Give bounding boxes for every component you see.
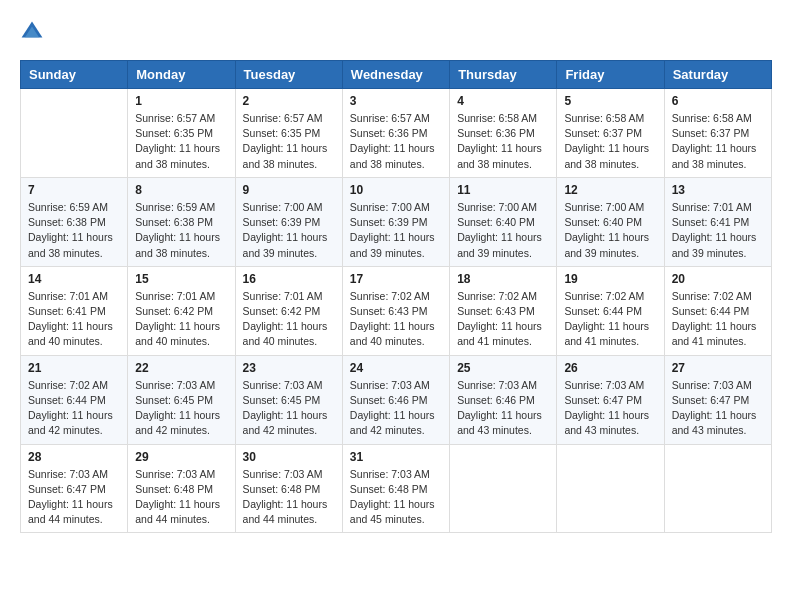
sunset-text: Sunset: 6:40 PM bbox=[564, 216, 642, 228]
cell-content: Sunrise: 7:01 AM Sunset: 6:42 PM Dayligh… bbox=[243, 289, 335, 350]
calendar-cell: 28 Sunrise: 7:03 AM Sunset: 6:47 PM Dayl… bbox=[21, 444, 128, 533]
sunrise-text: Sunrise: 7:02 AM bbox=[28, 379, 108, 391]
day-number: 12 bbox=[564, 183, 656, 197]
day-number: 16 bbox=[243, 272, 335, 286]
daylight-text: Daylight: 11 hours and 44 minutes. bbox=[28, 498, 113, 525]
daylight-text: Daylight: 11 hours and 43 minutes. bbox=[564, 409, 649, 436]
calendar-header-row: SundayMondayTuesdayWednesdayThursdayFrid… bbox=[21, 61, 772, 89]
calendar-cell: 26 Sunrise: 7:03 AM Sunset: 6:47 PM Dayl… bbox=[557, 355, 664, 444]
calendar-cell bbox=[664, 444, 771, 533]
sunset-text: Sunset: 6:36 PM bbox=[350, 127, 428, 139]
day-number: 14 bbox=[28, 272, 120, 286]
daylight-text: Daylight: 11 hours and 40 minutes. bbox=[243, 320, 328, 347]
day-number: 25 bbox=[457, 361, 549, 375]
cell-content: Sunrise: 7:03 AM Sunset: 6:47 PM Dayligh… bbox=[564, 378, 656, 439]
sunset-text: Sunset: 6:38 PM bbox=[28, 216, 106, 228]
calendar-cell: 9 Sunrise: 7:00 AM Sunset: 6:39 PM Dayli… bbox=[235, 177, 342, 266]
calendar-week-row: 7 Sunrise: 6:59 AM Sunset: 6:38 PM Dayli… bbox=[21, 177, 772, 266]
cell-content: Sunrise: 6:57 AM Sunset: 6:35 PM Dayligh… bbox=[243, 111, 335, 172]
day-number: 10 bbox=[350, 183, 442, 197]
daylight-text: Daylight: 11 hours and 44 minutes. bbox=[135, 498, 220, 525]
day-number: 27 bbox=[672, 361, 764, 375]
day-of-week-header: Wednesday bbox=[342, 61, 449, 89]
daylight-text: Daylight: 11 hours and 43 minutes. bbox=[457, 409, 542, 436]
day-number: 13 bbox=[672, 183, 764, 197]
calendar-cell: 13 Sunrise: 7:01 AM Sunset: 6:41 PM Dayl… bbox=[664, 177, 771, 266]
logo bbox=[20, 20, 48, 44]
day-number: 17 bbox=[350, 272, 442, 286]
day-number: 6 bbox=[672, 94, 764, 108]
sunrise-text: Sunrise: 7:01 AM bbox=[243, 290, 323, 302]
calendar-table: SundayMondayTuesdayWednesdayThursdayFrid… bbox=[20, 60, 772, 533]
sunrise-text: Sunrise: 7:00 AM bbox=[243, 201, 323, 213]
sunrise-text: Sunrise: 7:03 AM bbox=[135, 379, 215, 391]
cell-content: Sunrise: 7:01 AM Sunset: 6:42 PM Dayligh… bbox=[135, 289, 227, 350]
day-of-week-header: Friday bbox=[557, 61, 664, 89]
daylight-text: Daylight: 11 hours and 42 minutes. bbox=[135, 409, 220, 436]
sunrise-text: Sunrise: 6:59 AM bbox=[28, 201, 108, 213]
sunset-text: Sunset: 6:47 PM bbox=[28, 483, 106, 495]
cell-content: Sunrise: 6:58 AM Sunset: 6:37 PM Dayligh… bbox=[672, 111, 764, 172]
cell-content: Sunrise: 7:03 AM Sunset: 6:46 PM Dayligh… bbox=[350, 378, 442, 439]
cell-content: Sunrise: 6:59 AM Sunset: 6:38 PM Dayligh… bbox=[135, 200, 227, 261]
sunrise-text: Sunrise: 7:03 AM bbox=[243, 379, 323, 391]
sunrise-text: Sunrise: 7:01 AM bbox=[672, 201, 752, 213]
calendar-cell: 25 Sunrise: 7:03 AM Sunset: 6:46 PM Dayl… bbox=[450, 355, 557, 444]
daylight-text: Daylight: 11 hours and 40 minutes. bbox=[350, 320, 435, 347]
daylight-text: Daylight: 11 hours and 38 minutes. bbox=[243, 142, 328, 169]
sunrise-text: Sunrise: 7:03 AM bbox=[135, 468, 215, 480]
sunset-text: Sunset: 6:44 PM bbox=[564, 305, 642, 317]
sunrise-text: Sunrise: 7:00 AM bbox=[564, 201, 644, 213]
sunset-text: Sunset: 6:38 PM bbox=[135, 216, 213, 228]
day-number: 23 bbox=[243, 361, 335, 375]
daylight-text: Daylight: 11 hours and 41 minutes. bbox=[457, 320, 542, 347]
cell-content: Sunrise: 7:03 AM Sunset: 6:45 PM Dayligh… bbox=[243, 378, 335, 439]
cell-content: Sunrise: 7:03 AM Sunset: 6:46 PM Dayligh… bbox=[457, 378, 549, 439]
calendar-cell: 2 Sunrise: 6:57 AM Sunset: 6:35 PM Dayli… bbox=[235, 89, 342, 178]
calendar-week-row: 21 Sunrise: 7:02 AM Sunset: 6:44 PM Dayl… bbox=[21, 355, 772, 444]
day-of-week-header: Monday bbox=[128, 61, 235, 89]
day-number: 18 bbox=[457, 272, 549, 286]
daylight-text: Daylight: 11 hours and 38 minutes. bbox=[350, 142, 435, 169]
cell-content: Sunrise: 7:03 AM Sunset: 6:45 PM Dayligh… bbox=[135, 378, 227, 439]
sunset-text: Sunset: 6:45 PM bbox=[135, 394, 213, 406]
calendar-cell: 30 Sunrise: 7:03 AM Sunset: 6:48 PM Dayl… bbox=[235, 444, 342, 533]
cell-content: Sunrise: 7:03 AM Sunset: 6:48 PM Dayligh… bbox=[350, 467, 442, 528]
daylight-text: Daylight: 11 hours and 45 minutes. bbox=[350, 498, 435, 525]
cell-content: Sunrise: 6:57 AM Sunset: 6:35 PM Dayligh… bbox=[135, 111, 227, 172]
calendar-cell: 29 Sunrise: 7:03 AM Sunset: 6:48 PM Dayl… bbox=[128, 444, 235, 533]
cell-content: Sunrise: 7:02 AM Sunset: 6:44 PM Dayligh… bbox=[672, 289, 764, 350]
cell-content: Sunrise: 7:00 AM Sunset: 6:40 PM Dayligh… bbox=[457, 200, 549, 261]
day-number: 8 bbox=[135, 183, 227, 197]
sunset-text: Sunset: 6:45 PM bbox=[243, 394, 321, 406]
calendar-cell: 15 Sunrise: 7:01 AM Sunset: 6:42 PM Dayl… bbox=[128, 266, 235, 355]
daylight-text: Daylight: 11 hours and 42 minutes. bbox=[243, 409, 328, 436]
daylight-text: Daylight: 11 hours and 38 minutes. bbox=[28, 231, 113, 258]
sunrise-text: Sunrise: 7:01 AM bbox=[28, 290, 108, 302]
sunset-text: Sunset: 6:43 PM bbox=[457, 305, 535, 317]
daylight-text: Daylight: 11 hours and 40 minutes. bbox=[135, 320, 220, 347]
sunrise-text: Sunrise: 6:58 AM bbox=[672, 112, 752, 124]
sunset-text: Sunset: 6:43 PM bbox=[350, 305, 428, 317]
day-number: 15 bbox=[135, 272, 227, 286]
calendar-cell: 22 Sunrise: 7:03 AM Sunset: 6:45 PM Dayl… bbox=[128, 355, 235, 444]
sunrise-text: Sunrise: 6:59 AM bbox=[135, 201, 215, 213]
calendar-week-row: 1 Sunrise: 6:57 AM Sunset: 6:35 PM Dayli… bbox=[21, 89, 772, 178]
calendar-cell: 23 Sunrise: 7:03 AM Sunset: 6:45 PM Dayl… bbox=[235, 355, 342, 444]
sunset-text: Sunset: 6:48 PM bbox=[243, 483, 321, 495]
day-number: 7 bbox=[28, 183, 120, 197]
cell-content: Sunrise: 7:03 AM Sunset: 6:47 PM Dayligh… bbox=[28, 467, 120, 528]
sunset-text: Sunset: 6:36 PM bbox=[457, 127, 535, 139]
page-header bbox=[20, 20, 772, 44]
sunset-text: Sunset: 6:48 PM bbox=[350, 483, 428, 495]
cell-content: Sunrise: 7:01 AM Sunset: 6:41 PM Dayligh… bbox=[28, 289, 120, 350]
cell-content: Sunrise: 7:03 AM Sunset: 6:48 PM Dayligh… bbox=[135, 467, 227, 528]
daylight-text: Daylight: 11 hours and 39 minutes. bbox=[457, 231, 542, 258]
daylight-text: Daylight: 11 hours and 40 minutes. bbox=[28, 320, 113, 347]
day-number: 1 bbox=[135, 94, 227, 108]
sunrise-text: Sunrise: 7:02 AM bbox=[564, 290, 644, 302]
day-number: 22 bbox=[135, 361, 227, 375]
sunrise-text: Sunrise: 7:03 AM bbox=[28, 468, 108, 480]
calendar-week-row: 28 Sunrise: 7:03 AM Sunset: 6:47 PM Dayl… bbox=[21, 444, 772, 533]
sunset-text: Sunset: 6:46 PM bbox=[350, 394, 428, 406]
